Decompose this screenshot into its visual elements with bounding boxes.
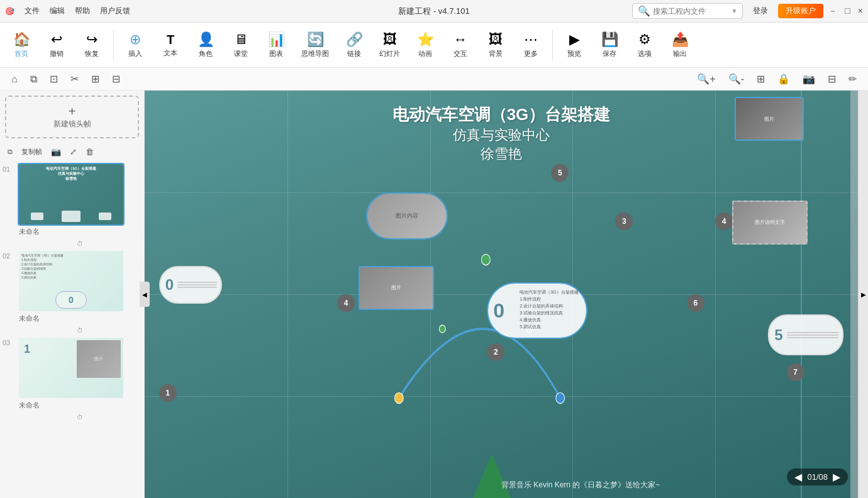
toolbar-insert[interactable]: ⊕ 插入: [119, 29, 152, 61]
sub-cut-icon[interactable]: ✂: [67, 72, 82, 86]
node-badge-6[interactable]: 6: [687, 294, 704, 312]
cloud-main-center[interactable]: 0 电动汽车空调（3G）台架搭建 1.制作流程 2.设计台架的具体结构 3.试验…: [487, 282, 587, 339]
toolbar-link[interactable]: 🔗 链接: [338, 29, 370, 61]
cloud-right-side[interactable]: 5: [768, 314, 843, 355]
toolbar-chart-label: 图表: [269, 49, 283, 58]
menu-file[interactable]: 文件: [25, 6, 40, 16]
maximize-button[interactable]: □: [845, 6, 850, 17]
delete-button[interactable]: 🗑: [83, 146, 96, 158]
canvas-image-frame-top[interactable]: 图片: [735, 97, 804, 141]
menu-feedback[interactable]: 用户反馈: [100, 6, 130, 16]
search-box[interactable]: 🔍 ▼: [632, 3, 743, 19]
slide-item-2[interactable]: 02 电动汽车空调（3G）台架搭建 1.制作流程 2.设计台架的具体结构 3.试…: [3, 250, 142, 323]
toolbar-role[interactable]: 👤 角色: [189, 29, 222, 61]
cloud-left-side[interactable]: 0: [159, 266, 222, 304]
sub-lock-icon[interactable]: 🔒: [774, 72, 794, 86]
toolbar-animate-label: 动画: [418, 49, 432, 58]
node-badge-3-center[interactable]: 3: [615, 213, 633, 230]
new-frame-button[interactable]: + 新建镜头帧: [5, 96, 139, 138]
sub-grid-icon[interactable]: ⊞: [753, 72, 769, 86]
toolbar-options[interactable]: ⚙ 选项: [628, 29, 661, 61]
preview-icon: ▶: [569, 31, 580, 48]
menu-help[interactable]: 帮助: [75, 6, 90, 16]
toolbar-lesson[interactable]: 🖥 课堂: [225, 29, 257, 61]
sub-zoom-in-icon[interactable]: 🔍+: [693, 72, 719, 86]
login-button[interactable]: 登录: [748, 4, 773, 18]
toolbar-text[interactable]: T 文本: [154, 30, 187, 60]
toolbar-output-label: 输出: [673, 49, 687, 58]
node-badge-4-left[interactable]: 4: [337, 294, 355, 312]
cloud-item-top-center[interactable]: 图片内容: [366, 192, 448, 240]
sub-delete-icon[interactable]: ⊟: [824, 72, 840, 86]
expand-button[interactable]: ⤢: [67, 146, 79, 158]
chart-icon: 📊: [268, 31, 285, 48]
toolbar-animate[interactable]: ⭐ 动画: [409, 29, 442, 61]
sub-copy-icon[interactable]: ⧉: [26, 72, 41, 86]
slide-item-1[interactable]: 01 电动汽车空调（3G）台架搭建仿真与实验中心徐雪艳: [3, 163, 142, 236]
right-collapse-arrow-icon: ▶: [861, 291, 866, 298]
toolbar-redo-label: 恢复: [85, 49, 99, 58]
canvas-scrollbar[interactable]: [850, 91, 858, 498]
sub-home-icon[interactable]: ⌂: [8, 72, 21, 86]
search-icon: 🔍: [638, 5, 650, 17]
right-collapse-button[interactable]: ▶: [858, 91, 868, 498]
toolbar-save[interactable]: 💾 保存: [593, 29, 626, 61]
search-input[interactable]: [653, 7, 728, 16]
nav-next-button[interactable]: ▶: [833, 471, 840, 483]
search-dropdown-icon[interactable]: ▼: [731, 8, 737, 14]
slide-time-icon-1: ⏱: [77, 240, 83, 247]
canvas-image-placeholder-center-left: 图片: [360, 267, 433, 309]
grid-line-h1: [145, 192, 858, 193]
sub-paste-icon[interactable]: ⊡: [46, 72, 62, 86]
canvas-image-frame-center-left[interactable]: 图片: [359, 266, 434, 310]
lesson-icon: 🖥: [234, 31, 248, 48]
svg-point-2: [556, 392, 565, 403]
slide-thumb-2[interactable]: 电动汽车空调（3G）台架搭建 1.制作流程 2.设计台架的具体结构 3.试验台架…: [18, 250, 125, 313]
slide-item-3[interactable]: 03 1 图片 未命名: [3, 336, 142, 410]
sub-group-icon[interactable]: ⊟: [108, 72, 124, 86]
nav-prev-button[interactable]: ◀: [794, 471, 802, 483]
nav-counter: 01/08: [807, 472, 828, 482]
toolbar-mindmap[interactable]: 🔄 思维导图: [295, 29, 335, 61]
toolbar-home[interactable]: 🏠 首页: [5, 29, 38, 61]
sub-edit-icon[interactable]: ✏: [845, 72, 860, 86]
node-badge-2-center[interactable]: 2: [487, 343, 504, 361]
toolbar-bg[interactable]: 🖼 背景: [479, 29, 512, 61]
toolbar-chart[interactable]: 📊 图表: [260, 29, 292, 61]
sub-screenshot-icon[interactable]: 📷: [799, 72, 819, 86]
slide-thumb-3[interactable]: 1 图片: [18, 336, 125, 399]
slide-navigation[interactable]: ◀ 01/08 ▶: [787, 468, 848, 485]
toolbar-save-label: 保存: [603, 49, 616, 58]
sub-align-icon[interactable]: ⊞: [87, 72, 103, 86]
upgrade-button[interactable]: 升级账户: [778, 4, 823, 18]
copy-frame-button[interactable]: ⧉: [5, 147, 15, 157]
slide-time-icon-2: ⏱: [77, 327, 83, 334]
new-frame-label: 新建镜头帧: [53, 119, 91, 130]
toolbar-preview[interactable]: ▶ 预览: [558, 29, 591, 61]
toolbar-undo[interactable]: ↩ 撤销: [40, 29, 73, 61]
sub-zoom-out-icon[interactable]: 🔍-: [725, 72, 748, 86]
copy-frame-label[interactable]: 复制帧: [19, 146, 45, 158]
toolbar-interact[interactable]: ↔ 交互: [444, 29, 477, 61]
panel-collapse-button[interactable]: ◀: [140, 282, 150, 307]
node-badge-7[interactable]: 7: [787, 363, 804, 381]
toolbar-redo[interactable]: ↪ 恢复: [75, 29, 108, 61]
close-button[interactable]: ×: [858, 6, 863, 17]
node-badge-5[interactable]: 5: [551, 164, 569, 182]
canvas-area[interactable]: 电动汽车空调（3G）台架搭建 仿真与实验中心 徐雪艳 1 4 5 6 7 2 3: [145, 91, 858, 498]
node-badge-4-right[interactable]: 4: [715, 213, 733, 230]
title-right-controls: 🔍 ▼ 登录 升级账户 － □ ×: [632, 3, 863, 19]
slide-title[interactable]: 电动汽车空调（3G）台架搭建 仿真与实验中心 徐雪艳: [376, 103, 627, 163]
menu-edit[interactable]: 编辑: [50, 6, 65, 16]
minimize-button[interactable]: －: [828, 6, 837, 17]
toolbar-slideshow[interactable]: 🖼 幻灯片: [373, 29, 406, 61]
menu-bar: 🎯 文件 编辑 帮助 用户反馈: [5, 6, 130, 16]
camera-button[interactable]: 📷: [48, 146, 64, 158]
canvas-image-placeholder-right: 图片说明文字: [733, 202, 806, 243]
window-controls: － □ ×: [828, 6, 863, 17]
toolbar-more[interactable]: ⋯ 更多: [515, 29, 547, 61]
toolbar-output[interactable]: 📤 输出: [664, 29, 696, 61]
slide-thumb-1[interactable]: 电动汽车空调（3G）台架搭建仿真与实验中心徐雪艳: [18, 163, 125, 226]
node-badge-1[interactable]: 1: [159, 384, 177, 402]
canvas-image-frame-right[interactable]: 图片说明文字: [732, 201, 808, 245]
